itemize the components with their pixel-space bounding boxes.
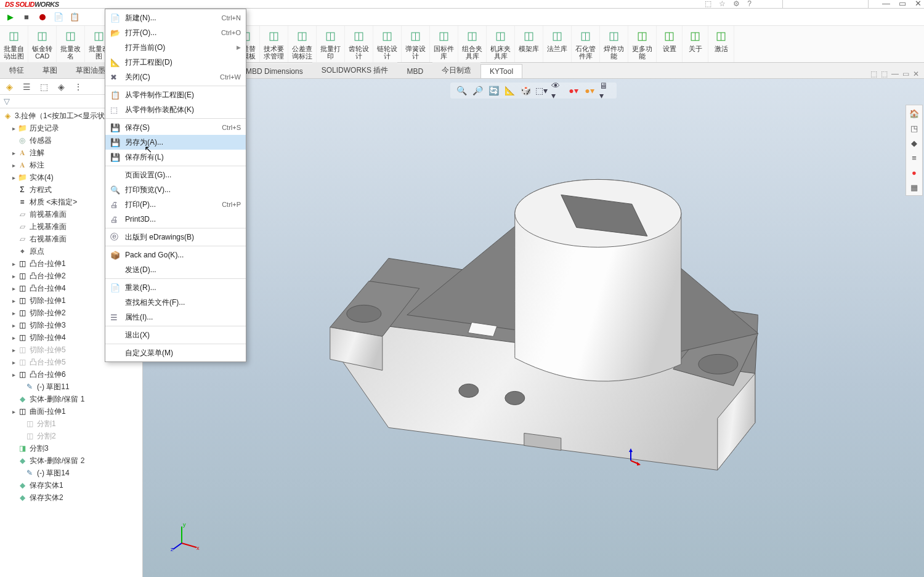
tree-item[interactable]: ◫分割1 [0,418,142,430]
command-tab[interactable]: SOLIDWORKS 插件 [312,62,398,78]
render-icon[interactable]: 🖥▾ [599,84,612,97]
menu-item[interactable]: ☰属性(I)... [105,310,246,325]
rs-icon-2[interactable]: ◳ [908,122,920,134]
ribbon-button[interactable]: ◫设置 [657,26,683,62]
tree-arrow-icon[interactable]: ▸ [10,371,17,378]
command-tab[interactable]: MBD Dimensions [237,64,312,78]
menu-item[interactable]: 💾保存所有(L) [105,150,246,164]
command-tab[interactable]: 特征 [0,62,33,78]
view-orient-icon[interactable]: 🎲 [519,84,532,97]
ribbon-button[interactable]: ◫关于 [683,26,708,62]
tree-arrow-icon[interactable]: ▸ [10,297,17,304]
tree-item[interactable]: ✎(-) 草图14 [0,467,142,479]
menu-item[interactable]: ⬚从零件制作装配体(K) [105,102,246,117]
window-controls[interactable]: — ▭ ✕ [882,0,922,8]
tree-arrow-icon[interactable]: ▸ [10,260,17,267]
doc2-icon[interactable]: 📋 [69,12,80,23]
scene-icon[interactable]: ●▾ [583,84,596,97]
3d-viewport[interactable]: 🔍 🔎 🔄 📐 🎲 ⬚▾ 👁▾ ●▾ ●▾ 🖥▾ [143,79,924,577]
rs-icon-4[interactable]: ≡ [908,151,920,164]
tree-item[interactable]: ◆实体-删除/保留 1 [0,393,142,405]
ribbon-button[interactable]: ◫批量打 印 [317,26,345,62]
menu-item[interactable]: 📄重装(R)... [105,280,246,295]
maximize-icon[interactable]: ▭ [899,0,906,8]
tree-item[interactable]: ◆实体-删除/保留 2 [0,454,142,467]
menu-item[interactable]: ✖关闭(C)Ctrl+W [105,70,246,84]
right-toolbar[interactable]: 🏠 ◳ ◆ ≡ ● ▦ [906,105,923,196]
close-icon[interactable]: ✕ [915,0,922,8]
ribbon-button[interactable]: ◫石化管 件库 [572,26,600,62]
config-icon[interactable]: ⬚ [38,81,49,92]
ribbon-button[interactable]: ◫组合夹 具库 [458,26,487,62]
menu-item[interactable]: 📂打开(O)...Ctrl+O [105,25,246,40]
tree-item[interactable]: ◫分割2 [0,430,142,442]
filter-icon[interactable]: ▽ [4,97,10,106]
menu-item[interactable]: 自定义菜单(M) [105,345,246,360]
ribbon-button[interactable]: ◫齿轮设 计 [345,26,373,62]
menu-item[interactable]: 打开当前(O)▶ [105,40,246,55]
more-icon[interactable]: ⋮ [73,81,84,92]
tree-arrow-icon[interactable]: ▸ [10,125,17,132]
titlebar-icons[interactable]: ⬚☆⚙? [705,0,752,8]
command-tab[interactable]: 草图 [33,62,67,78]
ribbon-button[interactable]: ◫批量改 名 [57,26,85,62]
ribbon-button[interactable]: ◫弹簧设 计 [402,26,430,62]
tree-arrow-icon[interactable]: ▸ [10,347,17,353]
tree-item[interactable]: ▸◫凸台-拉伸6 [0,368,142,381]
feature-tree-icon[interactable]: ◈ [4,81,15,92]
tab-right-controls[interactable]: ⬚⬚—▭✕ [870,70,924,78]
hide-show-icon[interactable]: 👁▾ [551,84,564,97]
property-icon[interactable]: ☰ [21,81,32,92]
command-tab[interactable]: KYTool [480,64,522,78]
tree-arrow-icon[interactable]: ▸ [10,310,17,317]
record-icon[interactable] [37,12,48,23]
rs-icon-6[interactable]: ▦ [908,181,920,193]
menu-item[interactable]: 🔍打印预览(V)... [105,182,246,197]
doc-icon[interactable]: 📄 [53,12,64,23]
ribbon-button[interactable]: ◫机床夹 具库 [487,26,515,62]
menu-item[interactable]: 🖨Print3D... [105,212,246,227]
ribbon-button[interactable]: ◫激活 [708,26,734,62]
zoom-area-icon[interactable]: 🔎 [471,84,484,97]
menu-item[interactable]: 💾另存为(A)... [105,135,246,150]
ribbon-button[interactable]: ◫法兰库 [543,26,572,62]
search-input[interactable] [782,0,869,9]
menu-item[interactable]: 📐打开工程图(D) [105,55,246,70]
ribbon-button[interactable]: ◫焊件功 能 [600,26,628,62]
tree-item[interactable]: ◆保存实体1 [0,479,142,491]
menu-item[interactable]: 发送(D)... [105,262,246,277]
ribbon-button[interactable]: ◫公差查 询标注 [288,26,317,62]
tree-arrow-icon[interactable]: ▸ [10,174,17,181]
ribbon-button[interactable]: ◫链轮设 计 [373,26,402,62]
minimize-icon[interactable]: — [882,0,890,8]
tree-arrow-icon[interactable]: ▸ [10,408,17,415]
tree-arrow-icon[interactable]: ▸ [10,322,17,329]
tree-arrow-icon[interactable]: ▸ [10,162,17,169]
display-icon[interactable]: ◈ [55,81,67,92]
home-icon[interactable]: 🏠 [908,107,920,119]
tree-item[interactable]: ▸◫曲面-拉伸1 [0,405,142,418]
menu-item[interactable]: 查找相关文件(F)... [105,295,246,310]
ribbon-button[interactable]: ◫技术要 求管理 [260,26,288,62]
ribbon-button[interactable]: ◫钣金转 CAD [28,26,57,62]
play-icon[interactable]: ▶ [5,12,16,23]
section-icon[interactable]: 📐 [503,84,516,97]
display-style-icon[interactable]: ⬚▾ [535,84,548,97]
appearance-icon[interactable]: ●▾ [567,84,580,97]
tree-arrow-icon[interactable]: ▸ [10,285,17,292]
command-tab[interactable]: 今日制造 [432,62,480,78]
tree-item[interactable]: ✎(-) 草图11 [0,381,142,393]
tree-arrow-icon[interactable]: ▸ [10,334,17,341]
menu-item[interactable]: 退出(X) [105,328,246,342]
tree-item[interactable]: ◆保存实体2 [0,491,142,504]
tree-arrow-icon[interactable]: ▸ [10,359,17,366]
ribbon-button[interactable]: ◫模架库 [515,26,543,62]
stop-icon[interactable]: ■ [21,12,32,23]
menu-item[interactable]: 💾保存(S)Ctrl+S [105,120,246,135]
tree-arrow-icon[interactable]: ▸ [10,150,17,156]
rs-icon-3[interactable]: ◆ [908,137,920,149]
tree-arrow-icon[interactable]: ▸ [10,273,17,280]
zoom-fit-icon[interactable]: 🔍 [455,84,468,97]
command-tab[interactable]: MBD [397,64,432,78]
ribbon-button[interactable]: ◫国标件 库 [430,26,458,62]
